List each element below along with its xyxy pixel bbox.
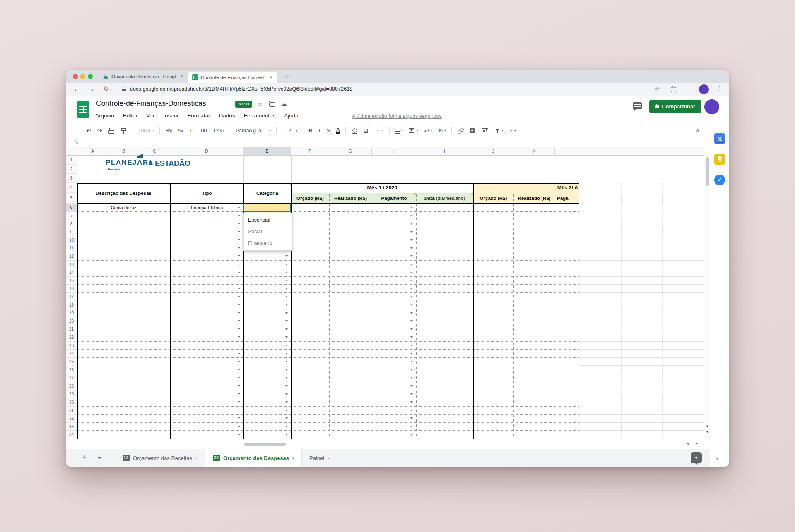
cell-dropdown-chevron-icon[interactable] [238, 361, 240, 362]
row-header-33[interactable]: 33 [66, 423, 77, 431]
cell-dropdown-chevron-icon[interactable] [238, 320, 240, 322]
row-header-19[interactable]: 19 [66, 309, 77, 317]
cell-dropdown-chevron-icon[interactable] [410, 353, 413, 355]
grid-row-14[interactable] [77, 268, 579, 277]
horizontal-scrollbar[interactable]: ◂ ▸ [66, 439, 710, 449]
row-header-6[interactable]: 6 [66, 204, 77, 212]
menu-ajuda[interactable]: Ajuda [284, 113, 299, 119]
cell-dropdown-chevron-icon[interactable] [410, 426, 413, 427]
cell-dropdown-chevron-icon[interactable] [238, 345, 240, 346]
grid-row-20[interactable] [77, 317, 579, 326]
grid-row-8[interactable] [77, 220, 579, 228]
font-size-button[interactable]: 12▾ [279, 127, 300, 135]
cell-dropdown-chevron-icon[interactable] [285, 296, 288, 297]
cell-dropdown-chevron-icon[interactable] [410, 385, 413, 387]
row-header-28[interactable]: 28 [66, 382, 77, 391]
format-percent-button[interactable]: % [176, 127, 185, 135]
dropdown-option-essencial[interactable]: Essencial [244, 215, 292, 226]
keep-icon[interactable] [714, 154, 725, 165]
dropdown-option-social[interactable]: Social [244, 226, 292, 238]
grid-row-18[interactable] [77, 301, 579, 309]
cell-dropdown-chevron-icon[interactable] [238, 247, 240, 249]
vertical-scrollbar[interactable]: ▴ ▾ [704, 156, 710, 439]
cell-dropdown-chevron-icon[interactable] [285, 264, 288, 265]
close-window-button[interactable] [73, 74, 78, 79]
row-header-14[interactable]: 14 [66, 268, 77, 277]
format-currency-button[interactable]: R$ [163, 127, 174, 135]
grid-row-31[interactable] [77, 407, 579, 415]
cell-dropdown-chevron-icon[interactable] [238, 385, 240, 387]
row-header-32[interactable]: 32 [66, 415, 77, 423]
cell-dropdown-chevron-icon[interactable] [285, 255, 288, 257]
explore-button[interactable]: ✦ [691, 452, 702, 463]
row-header-29[interactable]: 29 [66, 390, 77, 398]
calendar-icon[interactable]: 31 [714, 133, 725, 144]
row-header-8[interactable]: 8 [66, 220, 77, 228]
cell-dropdown-chevron-icon[interactable] [238, 336, 240, 338]
row-header-9[interactable]: 9 [66, 228, 77, 236]
row-header-4[interactable]: 4 [66, 183, 77, 193]
grid-row-12[interactable] [77, 252, 579, 261]
grid-row-33[interactable] [77, 423, 579, 431]
grid-row-22[interactable] [77, 333, 579, 342]
cell-dropdown-chevron-icon[interactable] [410, 369, 413, 371]
minimize-window-button[interactable] [80, 74, 85, 79]
horizontal-align-button[interactable]: ▾ [393, 127, 405, 135]
address-bar[interactable]: docs.google.com/spreadsheets/d/1DM4RFkVp… [130, 86, 352, 92]
cell-dropdown-chevron-icon[interactable] [410, 280, 413, 281]
sheet-tab[interactable]: 27Orçamento das Despesas▾ [205, 449, 302, 467]
merge-cells-button[interactable]: ▾ [372, 126, 386, 135]
scroll-down-icon[interactable]: ▾ [704, 430, 710, 434]
row-header-2[interactable]: 2 [66, 165, 77, 174]
cell-dropdown-chevron-icon[interactable] [238, 353, 240, 355]
cell-dropdown-chevron-icon[interactable] [410, 336, 413, 338]
extension-icon[interactable] [671, 87, 676, 92]
cell-dropdown-chevron-icon[interactable] [238, 328, 240, 330]
grid-row-10[interactable] [77, 236, 579, 244]
sheet-tab-menu-icon[interactable]: ▾ [328, 456, 329, 460]
cell-dropdown-chevron-icon[interactable] [238, 312, 240, 314]
cell-dropdown-chevron-icon[interactable] [410, 410, 413, 411]
all-sheets-icon[interactable]: ≡ [98, 453, 101, 460]
cell-dropdown-chevron-icon[interactable] [410, 304, 413, 306]
cell-dropdown-chevron-icon[interactable] [285, 410, 288, 411]
text-color-button[interactable]: A [334, 126, 342, 135]
cell-dropdown-chevron-icon[interactable] [285, 345, 288, 346]
cell-dropdown-chevron-icon[interactable] [238, 231, 240, 233]
sheet-tab-menu-icon[interactable]: ▾ [292, 456, 294, 460]
grid-row-19[interactable] [77, 309, 579, 317]
cell-dropdown-chevron-icon[interactable] [410, 264, 413, 265]
grid-row-16[interactable] [77, 285, 579, 293]
strikethrough-button[interactable]: S [324, 127, 332, 135]
browser-menu-icon[interactable]: ⋮ [716, 85, 722, 92]
row-header-12[interactable]: 12 [66, 252, 77, 261]
sheet-tab[interactable]: Painel▾ [302, 449, 337, 467]
cell-dropdown-chevron-icon[interactable] [410, 361, 413, 362]
italic-button[interactable]: I [316, 126, 323, 135]
grid-row-24[interactable] [77, 350, 579, 358]
cell-dropdown-chevron-icon[interactable] [238, 410, 240, 411]
menu-ver[interactable]: Ver [146, 113, 154, 119]
document-title[interactable]: Controle-de-Finanças-Domésticas [96, 99, 206, 108]
row-header-24[interactable]: 24 [66, 350, 77, 358]
grid-row-11[interactable] [77, 244, 579, 252]
panel-collapse-icon[interactable]: › [716, 454, 718, 463]
sheet-tab-menu-icon[interactable]: ▾ [195, 456, 197, 460]
row-header-1[interactable]: 1 [66, 156, 77, 165]
new-tab-button[interactable]: + [282, 72, 292, 80]
row-header-23[interactable]: 23 [66, 342, 77, 350]
move-folder-icon[interactable] [269, 102, 275, 107]
cell-dropdown-chevron-icon[interactable] [238, 255, 240, 257]
row-header-18[interactable]: 18 [66, 301, 77, 309]
scroll-up-icon[interactable]: ▴ [704, 424, 710, 427]
cell-dropdown-chevron-icon[interactable] [410, 328, 413, 330]
cell-dropdown-chevron-icon[interactable] [410, 215, 413, 216]
row-header-27[interactable]: 27 [66, 374, 77, 382]
scroll-left-icon[interactable]: ◂ [687, 441, 689, 446]
browser-tab[interactable]: Orçamento Doméstico - Googl× [99, 70, 188, 83]
cell-dropdown-chevron-icon[interactable] [410, 345, 413, 346]
decrease-decimals-button[interactable]: .0 [187, 127, 196, 135]
bold-button[interactable]: B [306, 127, 315, 135]
cell-dropdown-chevron-icon[interactable] [410, 401, 413, 403]
cell-dropdown-chevron-icon[interactable] [410, 272, 413, 273]
